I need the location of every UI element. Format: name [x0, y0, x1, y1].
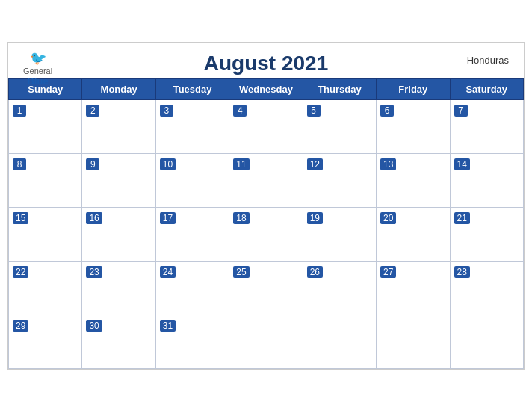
calendar-cell: 18: [229, 207, 303, 261]
logo-bird-icon: 🐦: [30, 50, 46, 67]
date-number: 18: [233, 212, 249, 224]
calendar-cell: [229, 315, 303, 368]
date-number: 26: [307, 266, 323, 278]
calendar-cell: 7: [450, 99, 523, 153]
date-number: 8: [13, 158, 26, 170]
calendar-week-row: 15161718192021: [9, 207, 524, 261]
calendar-cell: 10: [155, 153, 229, 207]
calendar-week-row: 891011121314: [9, 153, 524, 207]
date-number: 27: [380, 266, 396, 278]
calendar-cell: [450, 315, 523, 368]
calendar-cell: 15: [9, 207, 82, 261]
date-number: 31: [160, 320, 176, 332]
header-tuesday: Tuesday: [155, 78, 229, 99]
calendar-cell: 9: [82, 153, 155, 207]
date-number: 30: [86, 320, 102, 332]
calendar-week-row: 293031: [9, 315, 524, 368]
date-number: 16: [86, 212, 102, 224]
date-number: 4: [233, 105, 247, 117]
calendar-cell: 28: [450, 261, 523, 315]
calendar-cell: 31: [155, 315, 229, 368]
calendar-cell: 1: [9, 99, 82, 153]
date-number: 13: [380, 158, 396, 170]
date-number: 25: [233, 266, 249, 278]
date-number: 22: [13, 266, 28, 278]
date-number: 7: [454, 105, 468, 117]
calendar-cell: 14: [450, 153, 523, 207]
calendar-cell: 16: [82, 207, 155, 261]
calendar-cell: 26: [303, 261, 376, 315]
date-number: 28: [454, 266, 470, 278]
logo-area: 🐦 General Blue: [23, 50, 52, 87]
header-friday: Friday: [377, 78, 450, 99]
calendar-cell: 17: [155, 207, 229, 261]
calendar-cell: 27: [377, 261, 450, 315]
calendar-cell: 25: [229, 261, 303, 315]
calendar-cell: 3: [155, 99, 229, 153]
calendar-body: 1234567891011121314151617181920212223242…: [9, 99, 524, 368]
date-number: 3: [160, 105, 173, 117]
calendar-container: 🐦 General Blue August 2021 Honduras Sund…: [7, 42, 525, 370]
header-wednesday: Wednesday: [229, 78, 303, 99]
calendar-cell: 11: [229, 153, 303, 207]
calendar-cell: 24: [155, 261, 229, 315]
date-number: 11: [233, 158, 249, 170]
calendar-cell: 6: [377, 99, 450, 153]
header-thursday: Thursday: [303, 78, 376, 99]
date-number: 21: [454, 212, 470, 224]
calendar-cell: [377, 315, 450, 368]
calendar-cell: 8: [9, 153, 82, 207]
header-saturday: Saturday: [450, 78, 523, 99]
date-number: 19: [307, 212, 323, 224]
calendar-cell: 5: [303, 99, 376, 153]
header-monday: Monday: [82, 78, 155, 99]
weekday-header-row: Sunday Monday Tuesday Wednesday Thursday…: [9, 78, 524, 99]
date-number: 2: [86, 105, 99, 117]
date-number: 17: [160, 212, 176, 224]
logo-general-text: General: [23, 67, 52, 75]
calendar-cell: 13: [377, 153, 450, 207]
date-number: 6: [380, 105, 394, 117]
calendar-week-row: 1234567: [9, 99, 524, 153]
date-number: 15: [13, 212, 28, 224]
calendar-title: August 2021: [23, 52, 509, 75]
calendar-cell: 30: [82, 315, 155, 368]
calendar-cell: 23: [82, 261, 155, 315]
date-number: 20: [380, 212, 396, 224]
country-label: Honduras: [467, 55, 509, 66]
calendar-cell: 20: [377, 207, 450, 261]
calendar-cell: [303, 315, 376, 368]
date-number: 9: [86, 158, 99, 170]
calendar-cell: 4: [229, 99, 303, 153]
date-number: 23: [86, 266, 102, 278]
calendar-cell: 21: [450, 207, 523, 261]
date-number: 24: [160, 266, 176, 278]
calendar-cell: 12: [303, 153, 376, 207]
calendar-cell: 19: [303, 207, 376, 261]
date-number: 29: [13, 320, 28, 332]
date-number: 12: [307, 158, 323, 170]
calendar-cell: 29: [9, 315, 82, 368]
calendar-grid: Sunday Monday Tuesday Wednesday Thursday…: [8, 78, 524, 369]
calendar-week-row: 22232425262728: [9, 261, 524, 315]
date-number: 5: [307, 105, 321, 117]
calendar-cell: 2: [82, 99, 155, 153]
logo-blue-text: Blue: [27, 75, 48, 87]
date-number: 14: [454, 158, 470, 170]
date-number: 10: [160, 158, 176, 170]
date-number: 1: [13, 105, 26, 117]
calendar-header: 🐦 General Blue August 2021 Honduras: [8, 43, 524, 78]
calendar-cell: 22: [9, 261, 82, 315]
